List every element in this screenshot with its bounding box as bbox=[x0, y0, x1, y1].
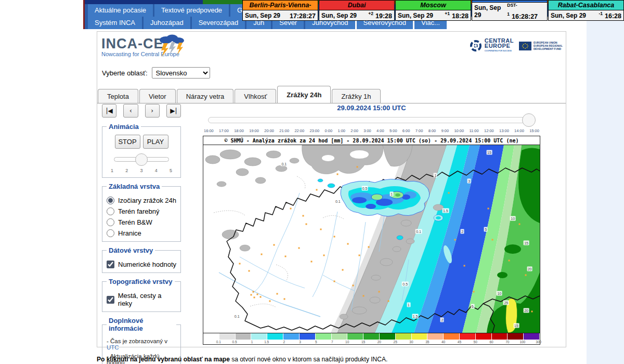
data-layers-panel: Dátové vrstvy Numerické hodnoty bbox=[102, 246, 181, 273]
page-background-column bbox=[587, 21, 624, 364]
legend-value-label: 70 bbox=[493, 340, 510, 344]
region-select[interactable]: Slovensko bbox=[152, 67, 210, 79]
topo-layer-checkbox[interactable] bbox=[107, 296, 114, 304]
legend-color-cell bbox=[427, 333, 444, 340]
speed-slider-track[interactable] bbox=[114, 157, 169, 162]
contour-label: 1 bbox=[407, 302, 410, 307]
contour-label: 1.5 bbox=[412, 314, 419, 318]
clock-date: Sun, Sep 29 bbox=[474, 4, 507, 19]
speed-label: 1 bbox=[111, 168, 113, 173]
speed-slider-thumb[interactable] bbox=[135, 153, 148, 166]
base-layer-radio[interactable] bbox=[107, 229, 114, 237]
contour-label: 0.5 bbox=[402, 282, 409, 287]
clock-date: Sun, Sep 29 bbox=[398, 12, 433, 19]
play-button[interactable]: PLAY bbox=[143, 135, 168, 149]
time-tick-label: 18:00 bbox=[234, 128, 244, 133]
base-layer-radio[interactable] bbox=[107, 218, 114, 226]
precipitation-map[interactable]: © SHMÚ - Analýza zrážok za 24 hod [mm] -… bbox=[203, 136, 540, 345]
clock-city-label: Rabat-Casablanca bbox=[549, 1, 623, 10]
nav-region-item[interactable]: Systém INCA bbox=[88, 17, 142, 29]
map-canvas[interactable]: 0.10.510.111.53152510150.10.511.52510251… bbox=[203, 145, 540, 333]
time-tick-label: 8:00 bbox=[428, 128, 436, 133]
time-slider-thumb[interactable] bbox=[522, 113, 536, 127]
product-tab[interactable]: Vietor bbox=[139, 89, 176, 103]
product-tab[interactable]: Vlhkosť bbox=[235, 89, 276, 103]
nav-item[interactable]: Aktuálne počasie bbox=[88, 4, 153, 17]
contour-label: 1 bbox=[434, 173, 437, 177]
legend-value-label: 2 bbox=[269, 340, 285, 344]
frame-step-button[interactable]: ‹ bbox=[123, 104, 138, 118]
data-layer-option[interactable]: Numerické hodnoty bbox=[107, 261, 176, 268]
time-ticks: 16:0017:0018:0019:0020:0021:0022:0023:00… bbox=[203, 128, 540, 133]
legend-value-label: 25 bbox=[381, 340, 397, 344]
clock-time: 16:28:27 bbox=[512, 13, 538, 20]
base-layer-radio[interactable] bbox=[107, 197, 114, 204]
product-tab[interactable]: Nárazy vetra bbox=[177, 89, 234, 103]
legend-color-cell bbox=[460, 333, 476, 340]
speed-label: 2 bbox=[125, 168, 128, 173]
legend-value-label: 7 bbox=[317, 340, 333, 344]
eu-text-3: DEVELOPMENT FUND bbox=[534, 47, 561, 50]
base-layer-option[interactable]: Hranice bbox=[107, 229, 176, 237]
nav-region-item[interactable]: Severozápad bbox=[192, 17, 245, 29]
storm-cloud-icon bbox=[154, 34, 189, 63]
frame-step-button[interactable]: |◀ bbox=[102, 104, 116, 118]
base-layer-option[interactable]: Izočiary zrážok 24h bbox=[107, 197, 176, 204]
topo-layers-panel: Topografické vrstvy Mestá, cesty a rieky bbox=[102, 278, 181, 312]
nav-item[interactable]: Textové predpovede bbox=[154, 4, 229, 17]
additional-info-legend: Doplnkové informácie bbox=[107, 317, 176, 332]
speed-labels: 12345 bbox=[111, 168, 172, 173]
data-layer-checkbox[interactable] bbox=[107, 261, 114, 268]
contour-label: 15 bbox=[524, 240, 529, 245]
frame-step-button[interactable]: ▶| bbox=[166, 104, 181, 118]
footer-note: Po kliknutí na jednu vybranú oblasť na m… bbox=[97, 356, 387, 363]
frame-step-button[interactable]: › bbox=[145, 104, 160, 118]
product-tab[interactable]: Zrážky 1h bbox=[332, 89, 380, 103]
legend-color-cell bbox=[267, 333, 283, 340]
time-tick-label: 14:00 bbox=[514, 128, 524, 133]
clock-body: Sun, Sep 29 +118:28 bbox=[396, 10, 471, 20]
clock-date: Sun, Sep 29 bbox=[321, 12, 357, 19]
contour-label: 20 bbox=[527, 267, 532, 271]
inca-page: Aktuálne počasieTextové predpovedeGrafic… bbox=[0, 0, 624, 364]
eu-flag-logo: EUROPEAN UNION EUROPEAN REGIONAL DEVELOP… bbox=[519, 41, 563, 50]
legend-color-cell bbox=[492, 333, 508, 340]
stop-button[interactable]: STOP bbox=[115, 135, 140, 149]
eu-flag-icon bbox=[519, 42, 531, 50]
legend-color-cell bbox=[347, 333, 363, 340]
base-layer-option[interactable]: Terén B&W bbox=[107, 218, 176, 226]
legend-value-label: 1 bbox=[237, 340, 253, 344]
world-clock: London, Eng Sun, Sep 29 DST-116:28:27 bbox=[472, 0, 548, 21]
contour-label: 0.5 bbox=[361, 186, 368, 191]
frame-stepper: |◀‹›▶| bbox=[102, 104, 181, 118]
topo-layer-option[interactable]: Mestá, cesty a rieky bbox=[107, 292, 176, 307]
time-tick-label: 12:00 bbox=[484, 128, 494, 133]
nav-region-item[interactable]: Juhozápad bbox=[144, 17, 190, 29]
legend-value-label: 45 bbox=[445, 340, 461, 344]
precipitation-legend: 0.10.511.5235710152025303540455060701003… bbox=[203, 333, 540, 344]
product-tab[interactable]: Zrážky 24h bbox=[277, 86, 331, 103]
base-layer-radio[interactable] bbox=[107, 207, 114, 215]
legend-color-cell bbox=[508, 333, 524, 340]
time-tick-label: 7:00 bbox=[415, 128, 423, 133]
time-tick-label: 19:00 bbox=[249, 128, 259, 133]
product-tab[interactable]: Teplota bbox=[98, 89, 138, 103]
window-edge-sliver bbox=[83, 0, 85, 29]
clock-date: Sun, Sep 29 bbox=[551, 12, 586, 19]
base-layer-label: Hranice bbox=[118, 229, 141, 237]
central-europe-logo: CENTRAL EUROPE COOPERATING FOR SUCCESS bbox=[469, 38, 514, 54]
speed-label: 4 bbox=[155, 168, 158, 173]
base-layer-option[interactable]: Terén farebný bbox=[107, 207, 176, 215]
contour-label: 2 bbox=[440, 317, 444, 322]
contour-label: 15 bbox=[513, 323, 519, 328]
legend-color-cell bbox=[219, 333, 236, 340]
contour-label: 0.1 bbox=[415, 229, 422, 234]
time-slider-track[interactable] bbox=[208, 117, 535, 123]
base-layer-label: Terén farebný bbox=[118, 207, 160, 215]
clock-utc-offset: -1 bbox=[599, 11, 603, 16]
legend-color-cell bbox=[203, 333, 219, 340]
legend-value-label: 300 bbox=[525, 340, 541, 344]
legend-color-cell bbox=[524, 333, 540, 340]
time-tick-label: 16:00 bbox=[204, 128, 214, 133]
utc-link[interactable]: UTC bbox=[107, 344, 119, 350]
